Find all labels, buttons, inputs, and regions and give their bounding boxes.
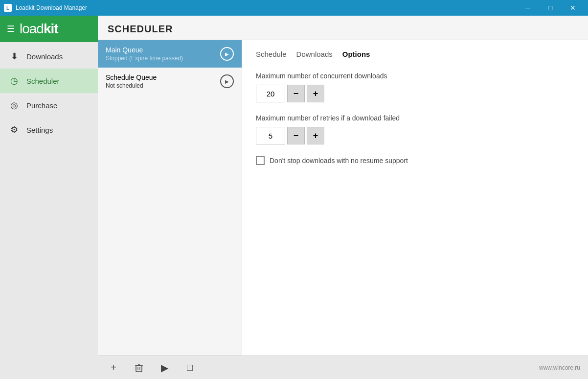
titlebar-left: L Loadkit Download Manager xyxy=(4,4,87,12)
content-inner: Main Queue Stopped (Expire time passed) … xyxy=(98,40,588,355)
sidebar-item-downloads-label: Downloads xyxy=(26,52,63,61)
hamburger-icon[interactable]: ☰ xyxy=(7,24,15,34)
detail-panel: Schedule Downloads Options Maximum numbe… xyxy=(242,40,588,355)
app-icon: L xyxy=(4,4,12,12)
toolbar-left: + ▶ □ xyxy=(106,360,198,376)
sidebar-item-settings-label: Settings xyxy=(26,126,53,134)
purchase-icon: ◎ xyxy=(9,100,20,111)
sidebar-header: ☰ loadkit xyxy=(0,16,98,42)
main-content: SCHEDULER Main Queue Stopped (Expire tim… xyxy=(98,16,588,379)
tab-downloads[interactable]: Downloads xyxy=(296,50,333,60)
titlebar-title: Loadkit Download Manager xyxy=(16,4,87,11)
logo: loadkit xyxy=(20,21,58,37)
settings-icon: ⚙ xyxy=(9,124,20,135)
play-button[interactable]: ▶ xyxy=(157,360,172,376)
no-resume-label: Don't stop downloads with no resume supp… xyxy=(270,157,408,165)
delete-button[interactable] xyxy=(131,360,147,376)
downloads-icon: ⬇ xyxy=(9,51,20,62)
queue-item-schedule-status: Not scheduled xyxy=(106,82,220,89)
sidebar-item-downloads[interactable]: ⬇ Downloads xyxy=(0,44,98,69)
concurrent-group: Maximum number of concurrent downloads −… xyxy=(256,72,574,102)
concurrent-stepper: − + xyxy=(256,85,574,102)
sidebar-item-scheduler-label: Scheduler xyxy=(26,77,60,85)
svg-rect-0 xyxy=(136,366,142,372)
add-button[interactable]: + xyxy=(106,360,121,376)
queue-item-schedule-name: Schedule Queue xyxy=(106,73,220,81)
concurrent-increment[interactable]: + xyxy=(307,85,324,102)
sidebar-item-settings[interactable]: ⚙ Settings xyxy=(0,118,98,142)
watermark: www.wincore.ru xyxy=(539,364,580,371)
queue-item-schedule[interactable]: Schedule Queue Not scheduled ▶ xyxy=(98,68,242,95)
trash-icon xyxy=(134,362,144,373)
tab-schedule[interactable]: Schedule xyxy=(256,50,287,60)
queue-item-main-info: Main Queue Stopped (Expire time passed) xyxy=(106,46,220,62)
queue-item-schedule-play[interactable]: ▶ xyxy=(220,74,234,88)
detail-tabs: Schedule Downloads Options xyxy=(256,50,574,60)
titlebar-controls: ─ □ ✕ xyxy=(517,0,584,16)
retries-stepper: − + xyxy=(256,127,574,144)
maximize-button[interactable]: □ xyxy=(539,0,562,16)
queue-item-main-status: Stopped (Expire time passed) xyxy=(106,55,220,62)
tab-options[interactable]: Options xyxy=(342,50,370,60)
queue-item-main[interactable]: Main Queue Stopped (Expire time passed) … xyxy=(98,40,242,68)
minimize-button[interactable]: ─ xyxy=(517,0,539,16)
bottom-toolbar: + ▶ □ www.wincore.ru xyxy=(98,355,588,379)
scheduler-icon: ◷ xyxy=(9,75,20,86)
titlebar: L Loadkit Download Manager ─ □ ✕ xyxy=(0,0,588,16)
no-resume-row: Don't stop downloads with no resume supp… xyxy=(256,156,574,165)
queue-item-main-play[interactable]: ▶ xyxy=(220,47,234,61)
sidebar-item-purchase[interactable]: ◎ Purchase xyxy=(0,93,98,118)
queue-item-schedule-info: Schedule Queue Not scheduled xyxy=(106,73,220,89)
retries-increment[interactable]: + xyxy=(307,127,324,144)
close-button[interactable]: ✕ xyxy=(562,0,584,16)
sidebar-nav: ⬇ Downloads ◷ Scheduler ◎ Purchase ⚙ Set… xyxy=(0,42,98,379)
retries-decrement[interactable]: − xyxy=(287,127,305,144)
queue-item-main-name: Main Queue xyxy=(106,46,220,54)
concurrent-label: Maximum number of concurrent downloads xyxy=(256,72,574,80)
sidebar-item-scheduler[interactable]: ◷ Scheduler xyxy=(0,69,98,93)
concurrent-input[interactable] xyxy=(256,85,285,102)
retries-label: Maximum number of retries if a download … xyxy=(256,114,574,122)
sidebar-item-purchase-label: Purchase xyxy=(26,101,57,110)
retries-group: Maximum number of retries if a download … xyxy=(256,114,574,144)
concurrent-decrement[interactable]: − xyxy=(287,85,305,102)
stop-button[interactable]: □ xyxy=(182,360,198,376)
page-title: SCHEDULER xyxy=(98,16,588,40)
app-body: ☰ loadkit ⬇ Downloads ◷ Scheduler ◎ Purc… xyxy=(0,16,588,379)
retries-input[interactable] xyxy=(256,127,285,144)
sidebar: ☰ loadkit ⬇ Downloads ◷ Scheduler ◎ Purc… xyxy=(0,16,98,379)
no-resume-checkbox[interactable] xyxy=(256,156,265,165)
queue-panel: Main Queue Stopped (Expire time passed) … xyxy=(98,40,242,355)
